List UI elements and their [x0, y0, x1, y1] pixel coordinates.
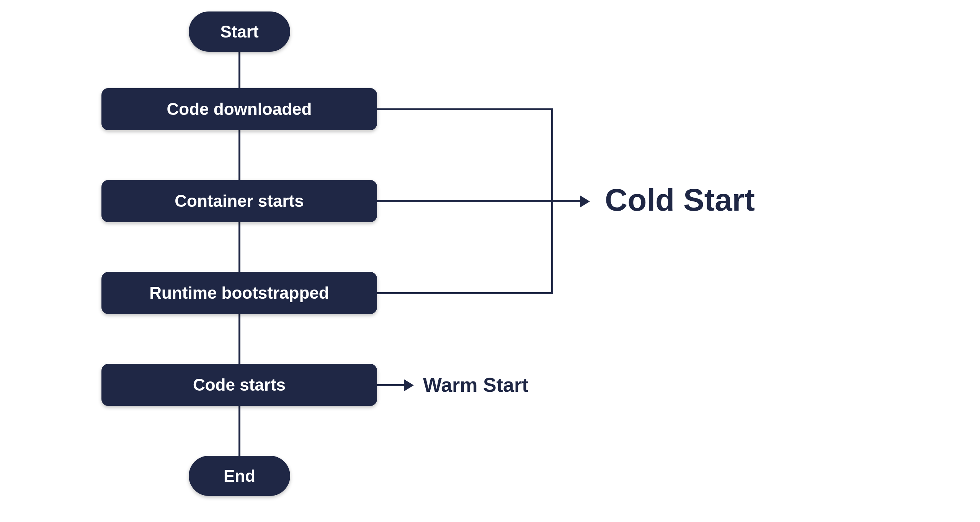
- connector-step1-step2: [238, 130, 240, 180]
- node-code-starts-label: Code starts: [193, 375, 286, 394]
- flowchart-canvas: Start Code downloaded Container starts R…: [0, 0, 980, 522]
- node-container-starts-label: Container starts: [175, 191, 304, 211]
- node-code-downloaded: Code downloaded: [101, 88, 377, 130]
- node-start-label: Start: [220, 22, 258, 41]
- label-warm-start: Warm Start: [423, 373, 528, 396]
- node-end: End: [189, 456, 290, 496]
- node-runtime-bootstrapped: Runtime bootstrapped: [101, 272, 377, 314]
- node-code-starts: Code starts: [101, 364, 377, 406]
- cold-brace-h1: [377, 108, 553, 110]
- node-start: Start: [189, 11, 290, 52]
- connector-step4-end: [238, 406, 240, 456]
- node-code-downloaded-label: Code downloaded: [167, 100, 312, 119]
- cold-brace-arrow-h: [377, 200, 582, 202]
- warm-arrow-h: [377, 384, 406, 386]
- node-runtime-bootstrapped-label: Runtime bootstrapped: [149, 283, 329, 303]
- cold-brace-arrowhead: [580, 195, 590, 208]
- connector-start-step1: [238, 52, 240, 88]
- label-cold-start: Cold Start: [605, 182, 755, 218]
- connector-step3-step4: [238, 314, 240, 364]
- warm-arrowhead: [404, 379, 414, 391]
- connector-step2-step3: [238, 222, 240, 272]
- node-end-label: End: [224, 466, 255, 486]
- cold-brace-h3: [377, 292, 553, 294]
- node-container-starts: Container starts: [101, 180, 377, 222]
